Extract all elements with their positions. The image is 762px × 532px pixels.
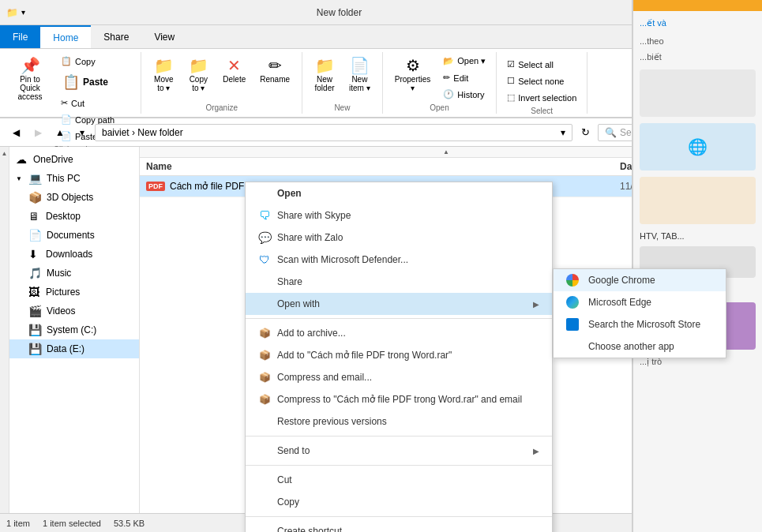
ctx-add-archive-label: Add to archive... [277,328,346,339]
ctx-copy[interactable]: Copy [246,491,552,513]
tab-share[interactable]: Share [91,25,141,48]
ctx-compress-email[interactable]: 📦 Compress and email... [246,366,552,388]
ctx-restore[interactable]: Restore previous versions [246,410,552,433]
history-button[interactable]: 🕐 History [439,87,490,102]
select-all-button[interactable]: ☑ Select all [503,57,580,72]
ctx-scan[interactable]: 🛡 Scan with Microsoft Defender... [246,249,552,271]
tab-home[interactable]: Home [40,25,91,48]
ribbon-group-new: 📁 Newfolder 📄 Newitem ▾ New [302,52,383,114]
other-app-icon [566,340,579,353]
sidebar-item-system-c[interactable]: 💾 System (C:) [9,320,139,339]
sidebar-item-this-pc[interactable]: ▼ 💻 This PC [9,169,139,188]
this-pc-icon: 💻 [28,172,42,185]
pictures-icon: 🖼 [28,286,41,298]
ctx-create-shortcut[interactable]: Create shortcut [246,520,552,532]
sidebar-item-videos[interactable]: 🎬 Videos [9,302,139,320]
sidebar-item-documents[interactable]: 📄 Documents [9,226,139,245]
this-pc-expand-icon: ▼ [16,175,22,182]
sidebar-label-music: Music [47,268,71,279]
submenu-label-chrome: Google Chrome [588,275,655,286]
copy-icon: 📋 [61,56,72,66]
ctx-copy-label: Copy [277,496,299,508]
open-label: Open [389,102,490,112]
ctx-cut[interactable]: Cut [246,469,552,491]
ctx-copy-icon [258,496,271,508]
ctx-add-archive[interactable]: 📦 Add to archive... [246,322,552,344]
ctx-open-with[interactable]: Open with ▶ [246,293,552,315]
store-icon [566,318,579,331]
submenu-item-edge[interactable]: Microsoft Edge [554,291,726,313]
sidebar-scroll-up[interactable]: ▲ [0,147,9,513]
submenu-item-other[interactable]: Choose another app [554,335,726,358]
copy-to-button[interactable]: 📁 Copyto ▾ [182,54,214,96]
ctx-share-zalo[interactable]: 💬 Share with Zalo [246,227,552,249]
sidebar-item-desktop[interactable]: 🖥 Desktop [9,207,139,226]
delete-button[interactable]: ✕ Delete [217,54,251,88]
ctx-archive-icon-3: 📦 [258,371,271,384]
sidebar-item-pictures[interactable]: 🖼 Pictures [9,283,139,302]
back-button[interactable]: ◀ [6,123,25,142]
title-bar-icons: 📁 ▾ [6,7,25,18]
tab-view[interactable]: View [141,25,187,48]
pin-quick-access-button[interactable]: 📌 Pin to Quickaccess [6,54,54,105]
3d-objects-icon: 📦 [28,191,42,204]
ctx-compress-rar-email[interactable]: 📦 Compress to "Cách mở file PDF trong Wo… [246,388,552,410]
sidebar-item-3d-objects[interactable]: 📦 3D Objects [9,188,139,207]
new-item-button[interactable]: 📄 Newitem ▾ [343,54,376,96]
sidebar-label-system-c: System (C:) [47,324,96,335]
copy-to-icon: 📁 [189,58,208,73]
ctx-send-to[interactable]: Send to ▶ [246,440,552,462]
tab-file[interactable]: File [0,25,40,48]
ctx-share-skype[interactable]: 🗨 Share with Skype [246,204,552,227]
window-title: New folder [32,7,647,18]
paste-button[interactable]: 📋 Paste [57,70,134,94]
submenu-label-other: Choose another app [588,341,674,352]
cut-button[interactable]: ✂ Cut [57,96,134,111]
rename-icon: ✏ [268,58,282,73]
ctx-archive-icon-4: 📦 [258,393,271,406]
move-to-button[interactable]: 📁 Moveto ▾ [148,54,179,96]
downloads-icon: ⬇ [28,248,41,260]
ctx-separator-2 [246,436,552,436]
sidebar-item-music[interactable]: 🎵 Music [9,264,139,283]
recent-locations-button[interactable]: ▾ [73,123,92,142]
ctx-share-icon [258,275,271,288]
ctx-share[interactable]: Share [246,271,552,293]
submenu-item-chrome[interactable]: Google Chrome [554,269,726,291]
ctx-add-rar-label: Add to "Cách mở file PDF trong Word.rar" [277,350,452,361]
open-button[interactable]: 📂 Open ▾ [439,54,490,69]
new-folder-button[interactable]: 📁 Newfolder [309,54,340,96]
forward-button[interactable]: ▶ [28,123,47,142]
right-thumbnail-2: 🌐 [640,123,756,170]
submenu-item-store[interactable]: Search the Microsoft Store [554,313,726,335]
edit-button[interactable]: ✏ Edit [439,70,490,85]
refresh-button[interactable]: ↻ [576,123,595,142]
sidebar-label-this-pc: This PC [47,173,81,184]
submenu-label-edge: Microsoft Edge [588,297,651,308]
ctx-open-icon [258,187,271,200]
select-none-button[interactable]: ☐ Select none [503,73,580,88]
up-button[interactable]: ▲ [51,123,69,142]
invert-selection-button[interactable]: ⬚ Invert selection [503,90,580,105]
sidebar-item-data-e[interactable]: 💾 Data (E:) [9,339,139,358]
new-folder-icon: 📁 [315,58,335,73]
rename-button[interactable]: ✏ Rename [254,54,295,88]
ctx-add-rar[interactable]: 📦 Add to "Cách mở file PDF trong Word.ra… [246,344,552,366]
sidebar-label-videos: Videos [47,305,75,317]
select-none-icon: ☐ [507,76,515,86]
sidebar: ☁ OneDrive ▼ 💻 This PC 📦 3D Objects 🖥 De… [9,147,140,513]
new-item-icon: 📄 [350,58,370,73]
ctx-open[interactable]: Open [246,182,552,204]
select-label: Select [503,105,580,115]
open-icon: 📂 [443,56,454,66]
address-path[interactable]: baiviet › New folder ▾ [95,124,572,141]
sidebar-item-onedrive[interactable]: ☁ OneDrive [9,150,139,169]
edit-icon: ✏ [443,73,450,83]
copy-button[interactable]: 📋 Copy [57,54,134,69]
sidebar-item-downloads[interactable]: ⬇ Downloads [9,245,139,264]
ctx-shortcut-icon [258,525,271,532]
right-panel: ...ết và ...theo ...biết 🌐 HTV, TAB... Ứ… [632,0,762,532]
ctx-create-shortcut-label: Create shortcut [277,526,342,532]
ctx-send-to-icon [258,444,271,457]
properties-button[interactable]: ⚙ Properties▾ [389,54,437,96]
